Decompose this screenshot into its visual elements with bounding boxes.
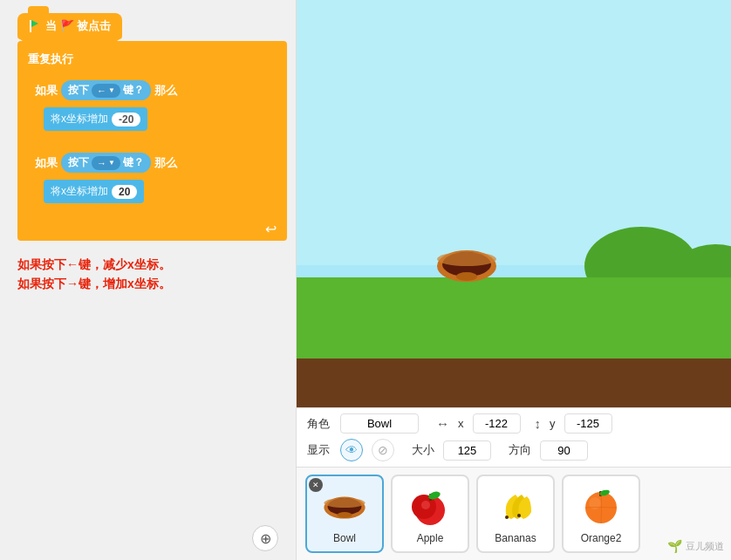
sprite-label-orange: Orange2	[581, 532, 622, 544]
if-header-1[interactable]: 如果 按下 ← ▼ 键？ 那么	[28, 76, 277, 105]
info-row-2: 显示 👁 ⊘ 大小 方向	[307, 439, 721, 461]
sprite-bar: ✕ Bowl	[297, 467, 731, 560]
bowl-svg	[435, 242, 498, 285]
sprite-item-orange[interactable]: Orange2	[562, 475, 640, 553]
left-panel: 当 🚩 被点击 重复执行 如果 按下 ← ▼	[0, 0, 297, 560]
bowl-sprite-img	[322, 483, 367, 529]
move-val-1: -20	[112, 113, 140, 126]
hide-icon: ⊘	[378, 443, 388, 457]
y-label: y	[550, 417, 556, 430]
x-label: x	[458, 417, 464, 430]
svg-point-12	[421, 501, 430, 509]
role-input[interactable]	[340, 413, 419, 434]
if-header-2[interactable]: 如果 按下 → ▼ 键？ 那么	[28, 148, 277, 177]
move-val-2: 20	[112, 185, 137, 199]
sprite-item-bananas[interactable]: Bananas	[476, 475, 555, 553]
svg-marker-1	[31, 20, 38, 27]
svg-point-16	[517, 514, 521, 517]
hide-button[interactable]: ⊘	[372, 439, 394, 461]
eye-icon: 👁	[345, 443, 358, 457]
move-label-1: 将x坐标增加	[51, 112, 108, 126]
blocks-area: 当 🚩 被点击 重复执行 如果 按下 ← ▼	[17, 13, 287, 241]
press-label-1: 按下	[68, 83, 89, 98]
if-label-2: 如果	[35, 155, 58, 171]
hint-line-1: 如果按下←键，减少x坐标。	[17, 255, 287, 274]
if-block-2: 如果 按下 → ▼ 键？ 那么 将x坐标增加	[24, 145, 280, 210]
key-suffix-1: 键？	[123, 83, 144, 98]
dropdown-arrow-1: ▼	[108, 86, 115, 94]
hat-block-label: 当 🚩 被点击	[45, 18, 111, 34]
condition-block-2[interactable]: 按下 → ▼ 键？	[61, 153, 151, 173]
sprite-label-bowl: Bowl	[333, 532, 356, 544]
then-label-1: 那么	[154, 83, 177, 99]
logo-icon: 🌱	[667, 539, 682, 553]
x-input[interactable]	[473, 413, 521, 434]
hint-text: 如果按下←键，减少x坐标。 如果按下→键，增加x坐标。	[17, 255, 287, 294]
svg-point-9	[338, 512, 352, 518]
x-arrow-icon: ↔	[436, 416, 449, 431]
show-label: 显示	[307, 442, 331, 458]
apple-sprite-img	[407, 483, 453, 529]
svg-point-15	[505, 516, 509, 519]
y-arrow-icon: ↕	[535, 416, 542, 431]
svg-point-8	[324, 498, 365, 508]
right-panel: 角色 ↔ x ↕ y 显示 👁 ⊘ 大小	[297, 0, 731, 560]
undo-icon[interactable]: ↩	[265, 222, 277, 236]
game-canvas	[297, 0, 731, 407]
if-label-1: 如果	[35, 83, 58, 99]
repeat-block[interactable]: 重复执行	[24, 48, 94, 71]
sprite-label-bananas: Bananas	[495, 532, 536, 544]
bananas-sprite-img	[493, 483, 538, 529]
dir-label: 方向	[509, 442, 531, 458]
if-block-1: 如果 按下 ← ▼ 键？ 那么 将x坐标增加	[24, 72, 280, 138]
ground-base	[297, 359, 731, 407]
size-label: 大小	[412, 442, 434, 458]
sky	[297, 0, 731, 265]
press-label-2: 按下	[68, 155, 89, 170]
zoom-icon: ⊕	[260, 530, 271, 547]
eye-button[interactable]: 👁	[340, 439, 363, 461]
key-select-1[interactable]: ← ▼	[92, 84, 120, 98]
hint-line-2: 如果按下→键，增加x坐标。	[17, 274, 287, 293]
bowl-sprite	[435, 242, 496, 281]
arrow-key-2: →	[97, 158, 106, 168]
arrow-key-1: ←	[97, 85, 106, 96]
then-label-2: 那么	[154, 155, 177, 171]
logo-area: 🌱 豆儿频道	[667, 539, 724, 553]
svg-point-4	[437, 252, 496, 266]
move-label-2: 将x坐标增加	[51, 184, 108, 199]
size-input[interactable]	[443, 440, 491, 461]
orange-sprite-img	[578, 483, 624, 529]
sprite-label-apple: Apple	[417, 532, 444, 544]
zoom-button[interactable]: ⊕	[252, 525, 278, 551]
role-label: 角色	[307, 416, 331, 432]
condition-block-1[interactable]: 按下 ← ▼ 键？	[61, 80, 151, 100]
sprite-close-bowl[interactable]: ✕	[309, 478, 323, 492]
flag-icon	[28, 20, 40, 32]
move-block-2[interactable]: 将x坐标增加 20	[44, 180, 144, 203]
svg-rect-0	[30, 20, 31, 32]
dir-input[interactable]	[540, 440, 588, 461]
key-suffix-2: 键？	[123, 155, 144, 170]
key-select-2[interactable]: → ▼	[92, 156, 120, 170]
repeat-label: 重复执行	[28, 52, 73, 65]
y-input[interactable]	[564, 413, 612, 434]
dropdown-arrow-2: ▼	[108, 159, 115, 167]
sprite-item-apple[interactable]: Apple	[391, 475, 469, 553]
main-container: 当 🚩 被点击 重复执行 如果 按下 ← ▼	[0, 0, 731, 560]
move-block-1[interactable]: 将x坐标增加 -20	[44, 107, 147, 131]
logo-text: 豆儿频道	[686, 540, 724, 553]
hat-block[interactable]: 当 🚩 被点击	[17, 13, 122, 39]
sprite-item-bowl[interactable]: ✕ Bowl	[305, 475, 384, 553]
svg-point-5	[456, 272, 477, 281]
info-row-1: 角色 ↔ x ↕ y	[307, 413, 721, 434]
